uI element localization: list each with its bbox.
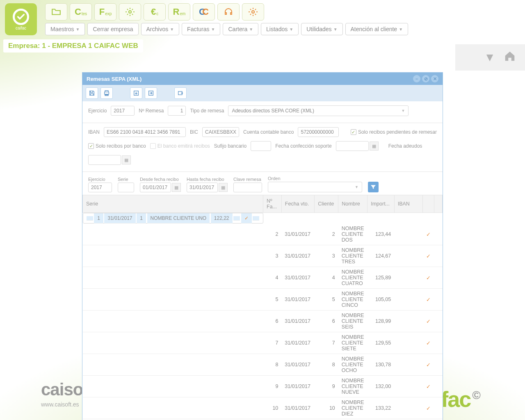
cc-icon[interactable]: CC xyxy=(193,3,215,21)
cuenta-label: Cuenta contable banco xyxy=(243,129,294,135)
col-extra xyxy=(434,195,442,213)
save-button[interactable] xyxy=(86,87,98,99)
table-row[interactable]: 1031/01/201710NOMBRE CLIENTE DIEZ133,22✓ xyxy=(83,397,443,419)
col-iban[interactable]: IBAN xyxy=(394,195,422,213)
bic-input[interactable] xyxy=(202,127,239,137)
col-nombre[interactable]: Nombre xyxy=(338,195,368,213)
col-cliente[interactable]: Cliente xyxy=(315,195,338,213)
filter-orden-select[interactable]: ▼ xyxy=(268,182,362,192)
filter-clave-input[interactable] xyxy=(233,183,262,192)
filter-desde-label: Desde fecha recibo xyxy=(140,177,181,182)
window-title: Remesas SEPA (XML) xyxy=(87,76,411,82)
close-icon[interactable]: ✕ xyxy=(431,75,438,82)
home-icon[interactable] xyxy=(504,50,516,65)
menu-maestros[interactable]: Maestros▼ xyxy=(45,23,85,35)
app-logo-text: caifac xyxy=(16,26,26,30)
menu-listados[interactable]: Listados▼ xyxy=(261,23,299,35)
solo-banco-check[interactable]: Solo recibos por banco xyxy=(88,143,146,149)
calendar-icon[interactable]: ▦ xyxy=(172,183,181,192)
filter-clave-label: Clave remesa xyxy=(233,177,262,182)
filter-desde-input[interactable] xyxy=(140,183,171,192)
collapse-icon[interactable]: ▼ xyxy=(484,51,495,64)
tipo-label: Tipo de remesa xyxy=(190,108,224,114)
sufijo-label: Sufijo bancario xyxy=(214,143,247,149)
export-button[interactable] xyxy=(145,87,157,99)
table-row[interactable]: 131/01/20171NOMBRE CLIENTE UNO122,22✓ xyxy=(83,213,263,224)
bic-label: BIC xyxy=(190,129,198,135)
folder-icon[interactable] xyxy=(45,3,67,21)
ejercicio-label: Ejercicio xyxy=(88,108,107,114)
recibos-table: Serie Nº Fa... Fecha vto. Cliente Nombre… xyxy=(82,195,443,420)
table-row[interactable]: 931/01/20179NOMBRE CLIENTE NUEVE132,00✓ xyxy=(83,376,443,397)
fexp-icon[interactable]: Fexp xyxy=(94,3,116,21)
col-fecha[interactable]: Fecha vto. xyxy=(281,195,314,213)
table-row[interactable]: 431/01/20174NOMBRE CLIENTE CUATRO125,89✓ xyxy=(83,267,443,289)
menu-facturas[interactable]: Facturas▼ xyxy=(182,23,220,35)
table-row[interactable]: 631/01/20176NOMBRE CLIENTE SEIS128,99✓ xyxy=(83,310,443,332)
filter-ejercicio-input[interactable] xyxy=(88,183,112,192)
banco-emitira-check: El banco emitirá recibos xyxy=(150,143,210,149)
headset-icon[interactable] xyxy=(217,3,240,21)
menu-atencion[interactable]: Atención al cliente▼ xyxy=(345,23,409,35)
remesas-window: Remesas SEPA (XML) – ⊘ ✕ Ejercicio Nº Re… xyxy=(82,72,443,420)
fadeudos-input[interactable] xyxy=(88,155,121,165)
rem-icon[interactable]: Rem xyxy=(168,3,190,21)
cuenta-input[interactable] xyxy=(298,127,339,137)
filter-hasta-label: Hasta fecha recibo xyxy=(187,177,228,182)
svg-point-1 xyxy=(252,11,254,13)
filter-orden-label: Orden xyxy=(268,176,362,181)
menu-utilidades[interactable]: Utilidades▼ xyxy=(301,23,342,35)
minimize-icon[interactable]: – xyxy=(413,75,420,82)
calendar-icon[interactable]: ▦ xyxy=(219,183,228,192)
empresa-label: Empresa: 1 - EMPRESA 1 CAIFAC WEB xyxy=(3,39,143,52)
nremesa-input[interactable] xyxy=(168,106,186,116)
svg-point-0 xyxy=(129,11,131,13)
fadeudos-label: Fecha adeudos xyxy=(388,143,422,149)
col-nfa[interactable]: Nº Fa... xyxy=(263,195,282,213)
ejercicio-input[interactable] xyxy=(111,106,135,116)
gear1-icon[interactable] xyxy=(119,3,141,21)
print-button[interactable] xyxy=(100,87,113,99)
filter-hasta-input[interactable] xyxy=(187,183,218,192)
calendar-icon[interactable]: ▦ xyxy=(370,142,379,151)
process-button[interactable] xyxy=(174,87,187,99)
col-importe[interactable]: Import... xyxy=(368,195,395,213)
iban-label: IBAN xyxy=(88,129,100,135)
menu-cartera[interactable]: Cartera▼ xyxy=(223,23,258,35)
filter-ejercicio-label: Ejercicio xyxy=(88,177,112,182)
table-row[interactable]: 531/01/20175NOMBRE CLIENTE CINCO105,05✓ xyxy=(83,289,443,310)
filter-button[interactable] xyxy=(368,182,379,192)
menu-cerrar-empresa[interactable]: Cerrar empresa xyxy=(87,23,138,35)
restore-icon[interactable]: ⊘ xyxy=(422,75,429,82)
import-button[interactable] xyxy=(130,87,142,99)
filter-serie-label: Serie xyxy=(118,177,134,182)
tipo-remesa-select[interactable]: Adeudos directos SEPA CORE (XML)▼ xyxy=(228,105,409,116)
ctes-icon[interactable]: Ctes xyxy=(70,3,92,21)
col-check xyxy=(422,195,434,213)
table-row[interactable]: 731/01/20177NOMBRE CLIENTE SIETE129,55✓ xyxy=(83,332,443,354)
table-row[interactable]: 231/01/20172NOMBRE CLIENTE DOS123,44✓ xyxy=(83,224,443,245)
table-row[interactable]: 331/01/20173NOMBRE CLIENTE TRES124,67✓ xyxy=(83,245,443,267)
app-logo: caifac xyxy=(5,3,37,35)
table-row[interactable]: 831/01/20178NOMBRE CLIENTE OCHO130,78✓ xyxy=(83,354,443,376)
sufijo-input[interactable] xyxy=(251,141,271,151)
col-serie[interactable]: Serie xyxy=(83,195,263,213)
fconfeccion-label: Fecha confección soporte xyxy=(275,143,331,149)
gear2-icon[interactable] xyxy=(242,3,264,21)
filter-serie-input[interactable] xyxy=(118,183,134,192)
solo-pendientes-check[interactable]: Solo recibos pendientes de remesar xyxy=(351,129,437,135)
nremesa-label: Nº Remesa xyxy=(139,108,164,114)
calendar-icon[interactable]: ▦ xyxy=(122,155,131,164)
iban-input[interactable] xyxy=(104,127,186,137)
euro-icon[interactable]: €c xyxy=(144,3,166,21)
menu-archivos[interactable]: Archivos▼ xyxy=(141,23,180,35)
fconfeccion-input[interactable] xyxy=(336,141,369,151)
